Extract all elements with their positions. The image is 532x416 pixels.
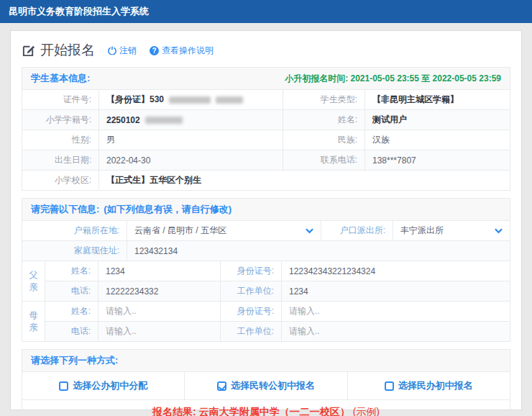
chevron-down-icon: [306, 228, 313, 234]
mother-marker: 母亲: [22, 302, 45, 341]
option-public-assignment[interactable]: 选择公办初中分配: [22, 372, 184, 399]
police-select[interactable]: 丰宁派出所: [393, 221, 510, 240]
father-group: 父亲 姓名: 1234 身份证号: 122342343221234324 电话:…: [22, 261, 510, 302]
mother-name-input[interactable]: 请输入..: [98, 302, 220, 321]
father-name-input[interactable]: 1234: [98, 261, 220, 281]
choose-header: 请选择下列一种方式:: [22, 350, 510, 372]
table-row: 姓名: 1234 身份证号: 122342343221234324: [45, 261, 510, 281]
mother-work-input[interactable]: 请输入..: [281, 322, 510, 341]
option-private[interactable]: 选择民办初中报名: [347, 372, 510, 399]
result-note: (示例): [353, 406, 380, 416]
checkbox-unchecked-icon: [59, 381, 68, 391]
mother-group: 母亲 姓名: 请输入.. 身份证号: 请输入.. 电话: 请输入.. 工作单位:…: [22, 302, 510, 341]
edit-icon: [22, 44, 35, 58]
result-label: 报名结果:: [152, 406, 196, 416]
table-row: 证件号: 【身份证】530 学生类型: 【非昆明主城区学籍】: [22, 90, 510, 110]
mother-idno-input[interactable]: 请输入..: [281, 302, 510, 321]
help-link[interactable]: ? 查看操作说明: [150, 45, 214, 57]
table-row: 出生日期: 2022-04-30 联系电话: 138***7807: [22, 150, 510, 171]
complete-info-table: 请完善以下信息: (如下列信息有误，请自行修改) 户籍所在地: 云南省 / 昆明…: [22, 198, 510, 342]
basic-info-table: 学生基本信息: 小升初报名时间: 2021-05-05 23:55 至 2022…: [22, 67, 510, 191]
basic-info-header: 学生基本信息: 小升初报名时间: 2021-05-05 23:55 至 2022…: [22, 68, 510, 90]
deadline-text: 小升初报名时间: 2021-05-05 23:55 至 2022-05-05 2…: [285, 73, 501, 85]
app-header: 昆明市义务教育阶段招生入学系统: [0, 0, 532, 23]
mother-phone-input[interactable]: 请输入..: [98, 322, 220, 341]
complete-section-title: 请完善以下信息:: [31, 203, 99, 216]
address-input[interactable]: 123432134: [127, 241, 510, 261]
main-card: 开始报名 注销 ? 查看操作说明 学生基本信息: 小升初报名时间: 2021-0…: [10, 30, 522, 410]
checkbox-checked-icon: [217, 381, 226, 391]
choose-method-table: 请选择下列一种方式: 选择公办初中分配 选择民转公初中报名 选择民办初中报名 报…: [22, 349, 510, 416]
result-value: 云南大学附属中学（一二一校区）: [199, 406, 350, 416]
hukou-select[interactable]: 云南省 / 昆明市 / 五华区: [127, 221, 321, 240]
address-row: 家庭现住址: 123432134: [22, 241, 510, 261]
table-row: 姓名: 请输入.. 身份证号: 请输入..: [45, 302, 510, 322]
page-title: 开始报名: [22, 41, 95, 60]
toolbar: 开始报名 注销 ? 查看操作说明: [22, 41, 510, 60]
redacted-block: [145, 117, 183, 124]
basic-section-title: 学生基本信息:: [31, 72, 90, 85]
father-marker: 父亲: [22, 261, 45, 301]
hukou-row: 户籍所在地: 云南省 / 昆明市 / 五华区 户口派出所: 丰宁派出所: [22, 221, 510, 241]
father-phone-input[interactable]: 12222234332: [98, 281, 220, 301]
table-row: 电话: 请输入.. 工作单位: 请输入..: [45, 322, 510, 341]
complete-section-note: (如下列信息有误，请自行修改): [104, 203, 231, 216]
table-row: 小学校区: 【正式生】五华区个别生: [22, 171, 510, 190]
father-work-input[interactable]: 1234: [281, 281, 510, 301]
complete-info-header: 请完善以下信息: (如下列信息有误，请自行修改): [22, 199, 510, 221]
table-row: 小学学籍号: 2250102 姓名: 测试用户: [22, 110, 510, 130]
redacted-block: [169, 96, 211, 104]
logout-link[interactable]: 注销: [108, 45, 137, 57]
checkbox-unchecked-icon: [385, 381, 394, 391]
choose-section-title: 请选择下列一种方式:: [31, 354, 118, 367]
chevron-down-icon: [495, 228, 503, 234]
table-row: 性别: 男 民族: 汉族: [22, 130, 510, 150]
question-icon: ?: [150, 46, 159, 55]
power-icon: [108, 46, 116, 55]
table-row: 电话: 12222234332 工作单位: 1234: [45, 281, 510, 301]
option-private-to-public[interactable]: 选择民转公初中报名: [184, 372, 347, 399]
result-row: 报名结果: 云南大学附属中学（一二一校区） (示例): [22, 400, 510, 416]
options-row: 选择公办初中分配 选择民转公初中报名 选择民办初中报名: [22, 372, 510, 400]
redacted-block: [216, 96, 243, 104]
father-idno-input[interactable]: 122342343221234324: [281, 261, 510, 281]
app-title: 昆明市义务教育阶段招生入学系统: [9, 6, 149, 17]
